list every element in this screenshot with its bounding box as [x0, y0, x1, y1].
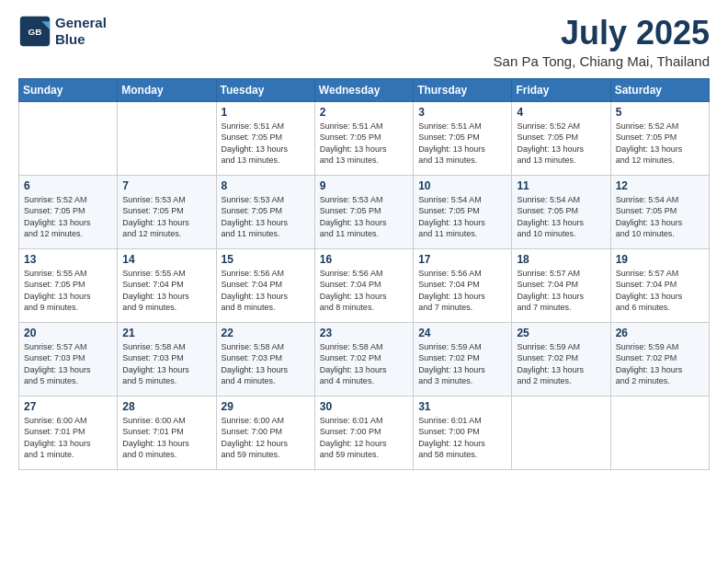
day-header-sunday: Sunday — [19, 78, 118, 101]
calendar-cell: 10Sunrise: 5:54 AM Sunset: 7:05 PM Dayli… — [414, 175, 512, 248]
day-header-monday: Monday — [118, 78, 216, 101]
day-number: 9 — [320, 179, 408, 192]
calendar-cell: 23Sunrise: 5:58 AM Sunset: 7:02 PM Dayli… — [314, 322, 413, 396]
day-info: Sunrise: 5:52 AM Sunset: 7:05 PM Dayligh… — [24, 194, 112, 240]
day-info: Sunrise: 5:57 AM Sunset: 7:03 PM Dayligh… — [24, 341, 112, 387]
day-info: Sunrise: 5:54 AM Sunset: 7:05 PM Dayligh… — [616, 194, 704, 240]
calendar-week-row: 13Sunrise: 5:55 AM Sunset: 7:05 PM Dayli… — [19, 248, 710, 322]
day-number: 30 — [320, 400, 408, 413]
day-number: 7 — [122, 179, 210, 192]
day-info: Sunrise: 5:54 AM Sunset: 7:05 PM Dayligh… — [517, 194, 605, 240]
calendar-header-row: SundayMondayTuesdayWednesdayThursdayFrid… — [19, 78, 710, 101]
calendar-cell: 25Sunrise: 5:59 AM Sunset: 7:02 PM Dayli… — [512, 322, 610, 396]
day-number: 1 — [222, 106, 310, 119]
day-number: 25 — [517, 327, 605, 339]
day-header-thursday: Thursday — [414, 78, 512, 101]
calendar-cell: 28Sunrise: 6:00 AM Sunset: 7:01 PM Dayli… — [118, 396, 216, 469]
day-number: 15 — [222, 253, 310, 266]
day-info: Sunrise: 5:52 AM Sunset: 7:05 PM Dayligh… — [616, 121, 704, 167]
calendar-cell: 24Sunrise: 5:59 AM Sunset: 7:02 PM Dayli… — [414, 322, 512, 396]
calendar-cell: 11Sunrise: 5:54 AM Sunset: 7:05 PM Dayli… — [512, 175, 610, 248]
day-info: Sunrise: 5:58 AM Sunset: 7:03 PM Dayligh… — [122, 341, 210, 387]
day-info: Sunrise: 5:59 AM Sunset: 7:02 PM Dayligh… — [517, 341, 605, 387]
day-number: 2 — [320, 106, 408, 119]
day-number: 20 — [24, 327, 112, 339]
day-info: Sunrise: 5:53 AM Sunset: 7:05 PM Dayligh… — [122, 194, 210, 240]
calendar-cell — [118, 101, 216, 175]
calendar-cell: 12Sunrise: 5:54 AM Sunset: 7:05 PM Dayli… — [610, 175, 709, 248]
day-header-saturday: Saturday — [610, 78, 709, 101]
calendar-cell: 15Sunrise: 5:56 AM Sunset: 7:04 PM Dayli… — [216, 248, 314, 322]
day-info: Sunrise: 5:51 AM Sunset: 7:05 PM Dayligh… — [418, 121, 506, 167]
day-header-tuesday: Tuesday — [216, 78, 314, 101]
day-header-wednesday: Wednesday — [314, 78, 413, 101]
day-number: 5 — [616, 106, 704, 119]
calendar-cell: 31Sunrise: 6:01 AM Sunset: 7:00 PM Dayli… — [414, 396, 512, 469]
calendar-table: SundayMondayTuesdayWednesdayThursdayFrid… — [18, 78, 710, 470]
calendar-week-row: 1Sunrise: 5:51 AM Sunset: 7:05 PM Daylig… — [19, 101, 710, 175]
day-number: 8 — [222, 179, 310, 192]
logo-text: General Blue — [55, 15, 107, 48]
day-info: Sunrise: 6:01 AM Sunset: 7:00 PM Dayligh… — [418, 415, 506, 461]
day-number: 23 — [320, 327, 408, 339]
day-number: 27 — [24, 400, 112, 413]
calendar-cell: 17Sunrise: 5:56 AM Sunset: 7:04 PM Dayli… — [414, 248, 512, 322]
calendar-cell: 2Sunrise: 5:51 AM Sunset: 7:05 PM Daylig… — [314, 101, 413, 175]
day-info: Sunrise: 5:58 AM Sunset: 7:03 PM Dayligh… — [222, 341, 310, 387]
logo-icon: GB — [18, 15, 51, 48]
calendar-cell: 8Sunrise: 5:53 AM Sunset: 7:05 PM Daylig… — [216, 175, 314, 248]
day-info: Sunrise: 5:57 AM Sunset: 7:04 PM Dayligh… — [517, 268, 605, 314]
day-number: 31 — [418, 400, 506, 413]
day-number: 6 — [24, 179, 112, 192]
day-info: Sunrise: 6:00 AM Sunset: 7:00 PM Dayligh… — [222, 415, 310, 461]
day-info: Sunrise: 5:57 AM Sunset: 7:04 PM Dayligh… — [616, 268, 704, 314]
calendar-cell: 27Sunrise: 6:00 AM Sunset: 7:01 PM Dayli… — [19, 396, 118, 469]
day-info: Sunrise: 5:56 AM Sunset: 7:04 PM Dayligh… — [222, 268, 310, 314]
day-info: Sunrise: 5:59 AM Sunset: 7:02 PM Dayligh… — [616, 341, 704, 387]
day-info: Sunrise: 5:56 AM Sunset: 7:04 PM Dayligh… — [320, 268, 408, 314]
calendar-cell — [610, 396, 709, 469]
calendar-cell: 9Sunrise: 5:53 AM Sunset: 7:05 PM Daylig… — [314, 175, 413, 248]
location-title: San Pa Tong, Chiang Mai, Thailand — [494, 53, 710, 69]
calendar-week-row: 27Sunrise: 6:00 AM Sunset: 7:01 PM Dayli… — [19, 396, 710, 469]
calendar-cell: 4Sunrise: 5:52 AM Sunset: 7:05 PM Daylig… — [512, 101, 610, 175]
calendar-cell: 29Sunrise: 6:00 AM Sunset: 7:00 PM Dayli… — [216, 396, 314, 469]
day-info: Sunrise: 6:01 AM Sunset: 7:00 PM Dayligh… — [320, 415, 408, 461]
day-number: 17 — [418, 253, 506, 266]
day-info: Sunrise: 5:51 AM Sunset: 7:05 PM Dayligh… — [320, 121, 408, 167]
day-header-friday: Friday — [512, 78, 610, 101]
svg-text:GB: GB — [28, 27, 42, 37]
calendar-cell — [512, 396, 610, 469]
day-info: Sunrise: 5:59 AM Sunset: 7:02 PM Dayligh… — [418, 341, 506, 387]
calendar-cell: 16Sunrise: 5:56 AM Sunset: 7:04 PM Dayli… — [314, 248, 413, 322]
calendar-cell: 7Sunrise: 5:53 AM Sunset: 7:05 PM Daylig… — [118, 175, 216, 248]
day-number: 19 — [616, 253, 704, 266]
day-number: 16 — [320, 253, 408, 266]
day-info: Sunrise: 5:53 AM Sunset: 7:05 PM Dayligh… — [320, 194, 408, 240]
calendar-cell: 30Sunrise: 6:01 AM Sunset: 7:00 PM Dayli… — [314, 396, 413, 469]
day-info: Sunrise: 5:54 AM Sunset: 7:05 PM Dayligh… — [418, 194, 506, 240]
calendar-week-row: 20Sunrise: 5:57 AM Sunset: 7:03 PM Dayli… — [19, 322, 710, 396]
day-number: 10 — [418, 179, 506, 192]
page-header: GB General Blue July 2025 San Pa Tong, C… — [18, 15, 710, 69]
day-number: 29 — [222, 400, 310, 413]
calendar-cell: 6Sunrise: 5:52 AM Sunset: 7:05 PM Daylig… — [19, 175, 118, 248]
day-info: Sunrise: 6:00 AM Sunset: 7:01 PM Dayligh… — [122, 415, 210, 461]
day-number: 11 — [517, 179, 605, 192]
title-block: July 2025 San Pa Tong, Chiang Mai, Thail… — [494, 15, 710, 69]
calendar-cell: 21Sunrise: 5:58 AM Sunset: 7:03 PM Dayli… — [118, 322, 216, 396]
calendar-cell: 13Sunrise: 5:55 AM Sunset: 7:05 PM Dayli… — [19, 248, 118, 322]
day-number: 14 — [122, 253, 210, 266]
calendar-cell: 22Sunrise: 5:58 AM Sunset: 7:03 PM Dayli… — [216, 322, 314, 396]
day-info: Sunrise: 5:58 AM Sunset: 7:02 PM Dayligh… — [320, 341, 408, 387]
calendar-cell: 14Sunrise: 5:55 AM Sunset: 7:04 PM Dayli… — [118, 248, 216, 322]
day-number: 26 — [616, 327, 704, 339]
day-number: 21 — [122, 327, 210, 339]
calendar-cell: 5Sunrise: 5:52 AM Sunset: 7:05 PM Daylig… — [610, 101, 709, 175]
day-number: 3 — [418, 106, 506, 119]
logo: GB General Blue — [18, 15, 107, 48]
calendar-cell: 19Sunrise: 5:57 AM Sunset: 7:04 PM Dayli… — [610, 248, 709, 322]
day-info: Sunrise: 6:00 AM Sunset: 7:01 PM Dayligh… — [24, 415, 112, 461]
day-number: 28 — [122, 400, 210, 413]
calendar-cell: 3Sunrise: 5:51 AM Sunset: 7:05 PM Daylig… — [414, 101, 512, 175]
